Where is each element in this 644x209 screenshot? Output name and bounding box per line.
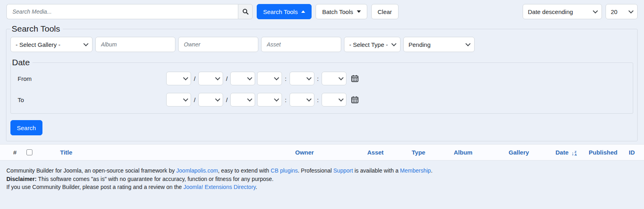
type-select[interactable]: - Select Type -: [344, 37, 400, 52]
jed-link[interactable]: Joomla! Extensions Directory: [183, 184, 256, 190]
sort-order-select[interactable]: Date descending: [523, 4, 602, 19]
album-input[interactable]: [95, 37, 175, 52]
from-hour-select[interactable]: [257, 72, 282, 85]
gallery-select[interactable]: - Select Gallery -: [10, 37, 93, 52]
calendar-icon: [351, 75, 358, 82]
owner-input[interactable]: [178, 37, 258, 52]
sort-order-select-wrap: Date descending: [523, 4, 602, 19]
column-header-asset[interactable]: Asset: [367, 149, 412, 156]
batch-tools-button[interactable]: Batch Tools: [316, 4, 367, 19]
column-header-date[interactable]: Date↓ZA: [555, 149, 589, 156]
column-header-checkbox: [25, 148, 60, 157]
toolbar: Search Tools Batch Tools Clear Date desc…: [0, 0, 644, 23]
membership-link[interactable]: Membership: [400, 167, 431, 174]
date-header-label: Date: [555, 149, 569, 156]
calendar-icon: [351, 96, 358, 103]
to-day-select[interactable]: [230, 93, 255, 107]
to-minute-select[interactable]: [290, 93, 314, 107]
date-separator: /: [193, 75, 196, 82]
time-separator: :: [316, 75, 320, 82]
sort-descending-icon: ↓ZA: [572, 151, 577, 156]
time-separator: :: [284, 75, 287, 82]
media-manager-page: Search Tools Batch Tools Clear Date desc…: [0, 0, 644, 191]
column-header-published[interactable]: Published: [589, 149, 629, 156]
list-limit-select[interactable]: 20: [606, 4, 638, 19]
search-input[interactable]: [6, 4, 238, 19]
media-search-group: [6, 4, 253, 19]
date-separator: /: [193, 96, 196, 103]
list-limit-select-wrap: 20: [606, 4, 638, 19]
filter-row: - Select Gallery - - Select Type - Pendi…: [10, 37, 633, 52]
to-hour-select[interactable]: [257, 93, 282, 107]
time-separator: :: [316, 96, 320, 103]
date-to-label: To: [11, 96, 166, 103]
date-to-controls: / / : :: [166, 93, 358, 107]
column-header-id[interactable]: ID: [629, 149, 644, 156]
joomlapolis-link[interactable]: Joomlapolis.com: [176, 167, 218, 174]
asset-input[interactable]: [261, 37, 341, 52]
to-month-select[interactable]: [198, 93, 223, 107]
batch-tools-label: Batch Tools: [322, 8, 353, 15]
type-select-wrap: - Select Type -: [344, 37, 400, 52]
caret-up-icon: [301, 10, 305, 13]
search-tools-panel: Search Tools - Select Gallery - - Select…: [6, 24, 638, 141]
date-from-label: From: [11, 75, 166, 82]
column-header-gallery[interactable]: Gallery: [509, 149, 555, 156]
clear-button[interactable]: Clear: [371, 4, 398, 19]
date-to-row: To / / : :: [11, 93, 633, 107]
status-select-wrap: Pending: [403, 37, 475, 52]
search-tools-legend: Search Tools: [10, 24, 63, 34]
results-table-header: # Title Owner Asset Type Album Gallery D…: [0, 144, 644, 161]
column-header-album[interactable]: Album: [454, 149, 509, 156]
search-icon: [242, 8, 249, 15]
from-year-select[interactable]: [166, 72, 191, 85]
date-from-controls: / / : :: [166, 72, 358, 85]
cb-plugins-link[interactable]: CB plugins: [271, 167, 298, 174]
column-header-type[interactable]: Type: [412, 149, 454, 156]
to-year-select[interactable]: [166, 93, 191, 107]
search-tools-toggle-button[interactable]: Search Tools: [257, 4, 312, 19]
caret-down-icon: [357, 10, 361, 13]
date-panel: Date From / / : :: [10, 58, 633, 114]
footer: Community Builder for Joomla, an open-so…: [0, 161, 644, 191]
search-tools-toggle-label: Search Tools: [263, 8, 298, 15]
time-separator: :: [284, 96, 287, 103]
footer-line-credits: Community Builder for Joomla, an open-so…: [6, 167, 638, 175]
date-separator: /: [225, 96, 228, 103]
from-second-select[interactable]: [322, 72, 346, 85]
from-month-select[interactable]: [198, 72, 223, 85]
toolbar-right: Date descending 20: [523, 4, 638, 19]
column-header-title[interactable]: Title: [60, 149, 295, 156]
date-separator: /: [225, 75, 228, 82]
from-minute-select[interactable]: [290, 72, 314, 85]
column-header-owner[interactable]: Owner: [295, 149, 367, 156]
support-link[interactable]: Support: [333, 167, 353, 174]
to-second-select[interactable]: [322, 93, 346, 107]
to-calendar-button[interactable]: [348, 96, 358, 103]
column-header-number: #: [13, 149, 25, 156]
search-submit-button[interactable]: [238, 4, 253, 19]
footer-line-review: If you use Community Builder, please pos…: [6, 183, 638, 191]
from-day-select[interactable]: [230, 72, 255, 85]
from-calendar-button[interactable]: [348, 75, 358, 82]
select-all-checkbox[interactable]: [26, 149, 32, 155]
status-select[interactable]: Pending: [403, 37, 475, 52]
footer-line-disclaimer: Disclaimer: This software comes "as is" …: [6, 175, 638, 183]
date-legend: Date: [11, 58, 32, 67]
gallery-select-wrap: - Select Gallery -: [10, 37, 93, 52]
date-from-row: From / / : :: [11, 72, 633, 85]
search-button[interactable]: Search: [10, 120, 42, 135]
